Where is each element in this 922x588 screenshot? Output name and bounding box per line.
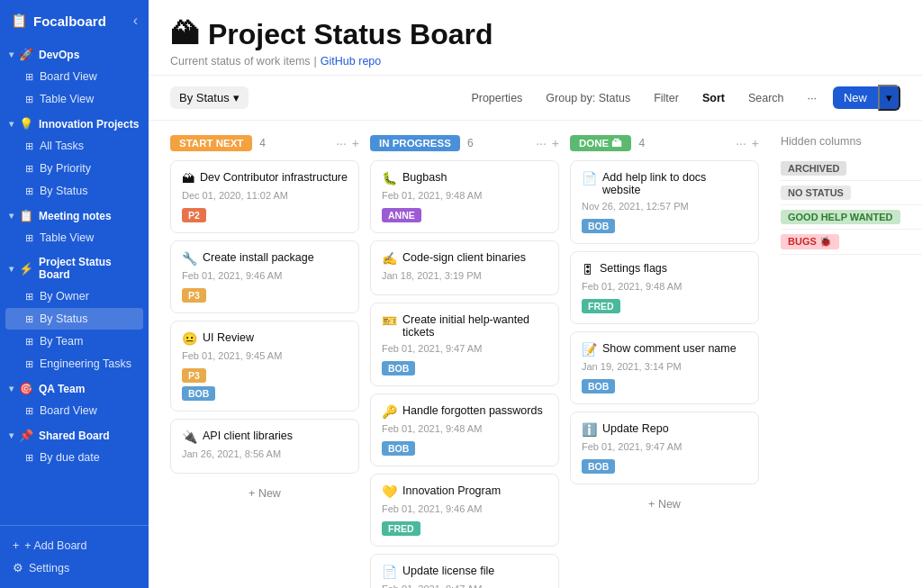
card-title-text: Create initial help-wanted tickets: [402, 313, 547, 339]
card-date: Jan 19, 2021, 3:14 PM: [582, 361, 747, 372]
card-forgotten-passwords[interactable]: 🔑 Handle forgotten passwords Feb 01, 202…: [370, 394, 559, 466]
card-icon: 😐: [182, 331, 197, 346]
grid-icon: ⊞: [25, 94, 33, 105]
card-user-badge: BOB: [182, 386, 215, 401]
sidebar-item-meeting-table-view[interactable]: ⊞ Table View: [5, 227, 143, 249]
column-count-done: 4: [638, 137, 645, 149]
plus-icon[interactable]: +: [352, 136, 359, 150]
ellipsis-icon[interactable]: ···: [736, 136, 746, 150]
sidebar-item-by-team[interactable]: ⊞ By Team: [5, 330, 143, 352]
sidebar-section-shared-header[interactable]: ▾ 📌 Shared Board: [0, 422, 149, 446]
sidebar-section-qa-header[interactable]: ▾ 🎯 QA Team: [0, 375, 149, 399]
ellipsis-icon[interactable]: ···: [536, 136, 547, 150]
toolbar: By Status ▾ Properties Group by: Status …: [149, 76, 922, 121]
sidebar-item-by-priority[interactable]: ⊞ By Priority: [5, 158, 143, 179]
section-emoji: 📌: [19, 429, 33, 442]
group-by-status-button[interactable]: By Status ▾: [170, 86, 249, 109]
card-title: 🎛 Settings flags: [582, 262, 747, 276]
card-settings-flags[interactable]: 🎛 Settings flags Feb 01, 2021, 9:48 AM F…: [570, 251, 759, 324]
card-date: Feb 01, 2021, 9:48 AM: [382, 190, 547, 201]
grid-icon: ⊞: [25, 140, 33, 152]
add-new-start-next-button[interactable]: + New: [170, 481, 359, 506]
card-title-text: Code-sign client binaries: [402, 251, 526, 264]
toolbar-right: Properties Group by: Status Filter Sort …: [464, 85, 900, 111]
sidebar-section-project-status-header[interactable]: ▾ ⚡ Project Status Board: [0, 249, 149, 285]
card-title-text: Show comment user name: [602, 342, 737, 355]
card-title-text: Settings flags: [600, 262, 667, 275]
sidebar-section-meeting-header[interactable]: ▾ 📋 Meeting notes: [0, 203, 149, 226]
sidebar-item-all-tasks[interactable]: ⊞ All Tasks: [5, 135, 143, 157]
group-by-label: By Status: [179, 91, 230, 104]
card-show-comment-user[interactable]: 📝 Show comment user name Jan 19, 2021, 3…: [570, 331, 759, 404]
group-by-button[interactable]: Group by: Status: [538, 88, 637, 108]
sidebar-item-label: Board View: [40, 70, 97, 83]
card-title-text: Update license file: [402, 565, 494, 577]
section-emoji: 🚀: [19, 48, 33, 61]
card-user-badge: FRED: [582, 299, 620, 313]
sidebar-item-qa-board-view[interactable]: ⊞ Board View: [5, 400, 143, 421]
card-icon: 🔑: [382, 404, 397, 419]
new-button[interactable]: New: [833, 86, 878, 109]
plus-icon[interactable]: +: [552, 136, 559, 150]
sidebar-item-by-due-date[interactable]: ⊞ By due date: [5, 447, 143, 468]
arrow-icon: ▾: [9, 50, 14, 59]
hidden-item-nostatus[interactable]: NO STATUS 16: [781, 181, 922, 205]
main-content: 🏔 Project Status Board Current status of…: [149, 0, 922, 588]
sidebar-item-innovation-by-status[interactable]: ⊞ By Status: [5, 180, 143, 202]
card-code-sign[interactable]: ✍️ Code-sign client binaries Jan 18, 202…: [370, 240, 559, 295]
hidden-item-goodhelp[interactable]: GOOD HELP WANTED 2: [781, 205, 922, 230]
card-api-client[interactable]: 🔌 API client libraries Jan 26, 2021, 8:5…: [170, 419, 359, 474]
github-link[interactable]: GitHub repo: [321, 55, 381, 68]
subtitle-text: Current status of work items: [170, 55, 311, 68]
hidden-columns-panel: Hidden columns ARCHIVED 74 NO STATUS 16 …: [781, 135, 922, 255]
column-actions-done: ··· +: [736, 136, 759, 150]
card-title-text: Add help link to docs website: [602, 171, 747, 196]
sort-button[interactable]: Sort: [695, 88, 732, 108]
card-create-install[interactable]: 🔧 Create install package Feb 01, 2021, 9…: [170, 240, 359, 313]
sidebar-section-devops-header[interactable]: ▾ 🚀 DevOps: [0, 41, 149, 65]
card-user-badge: ANNE: [382, 208, 421, 222]
card-update-repo[interactable]: ℹ️ Update Repo Feb 01, 2021, 9:47 AM BOB: [570, 412, 759, 484]
new-button-dropdown[interactable]: ▾: [878, 85, 900, 111]
properties-button[interactable]: Properties: [464, 88, 529, 108]
ellipsis-icon[interactable]: ···: [336, 136, 347, 150]
settings-button[interactable]: ⚙ Settings: [9, 556, 140, 579]
archived-badge: ARCHIVED: [781, 161, 846, 176]
hidden-item-bugs[interactable]: BUGS 🐞 0: [781, 230, 922, 255]
card-date: Dec 01, 2020, 11:02 AM: [182, 190, 348, 201]
sidebar-item-engineering-tasks[interactable]: ⊞ Engineering Tasks: [5, 353, 143, 375]
card-innovation-program[interactable]: 💛 Innovation Program Feb 01, 2021, 9:46 …: [370, 474, 559, 547]
card-title-text: Create install package: [203, 251, 314, 264]
card-bugbash[interactable]: 🐛 Bugbash Feb 01, 2021, 9:48 AM ANNE: [370, 160, 559, 233]
section-emoji: 🎯: [19, 382, 33, 395]
sidebar-section-qa: ▾ 🎯 QA Team ⊞ Board View: [0, 375, 149, 422]
more-button[interactable]: ···: [800, 88, 824, 108]
sidebar-item-devops-table-view[interactable]: ⊞ Table View: [5, 88, 143, 110]
plus-icon[interactable]: +: [752, 136, 759, 150]
card-icon: 📄: [382, 565, 397, 579]
sidebar-section-innovation-header[interactable]: ▾ 💡 Innovation Projects: [0, 111, 149, 134]
sidebar-item-by-owner[interactable]: ⊞ By Owner: [5, 285, 143, 307]
sidebar-collapse-button[interactable]: ‹: [133, 13, 138, 29]
board: START NEXT 4 ··· + 🏔 Dev Contributor inf…: [149, 121, 922, 588]
card-icon: 🎛: [582, 262, 594, 276]
add-new-done-button[interactable]: + New: [570, 492, 759, 517]
group-by-text: Group by: Status: [546, 92, 630, 104]
card-title: 🔧 Create install package: [182, 251, 348, 266]
card-help-wanted-tickets[interactable]: 🎫 Create initial help-wanted tickets Feb…: [370, 303, 559, 386]
card-ui-review[interactable]: 😐 UI Review Feb 01, 2021, 9:45 AM P3 BOB: [170, 321, 359, 412]
arrow-icon: ▾: [9, 430, 14, 440]
card-title: 😐 UI Review: [182, 331, 348, 346]
card-add-help-link[interactable]: 📄 Add help link to docs website Nov 26, …: [570, 160, 759, 244]
search-button[interactable]: Search: [741, 88, 791, 108]
add-board-button[interactable]: + + Add Board: [9, 535, 140, 556]
filter-button[interactable]: Filter: [646, 88, 686, 108]
card-dev-contributor[interactable]: 🏔 Dev Contributor infrastructure Dec 01,…: [170, 160, 359, 233]
sidebar-item-by-status[interactable]: ⊞ By Status: [5, 308, 143, 330]
card-date: Jan 26, 2021, 8:56 AM: [182, 448, 348, 459]
card-title-text: Update Repo: [602, 422, 669, 435]
hidden-item-archived[interactable]: ARCHIVED 74: [781, 157, 922, 181]
sidebar-item-label: All Tasks: [40, 140, 84, 152]
card-update-license[interactable]: 📄 Update license file Feb 01, 2021, 9:47…: [370, 554, 559, 588]
sidebar-item-devops-board-view[interactable]: ⊞ Board View: [5, 66, 143, 87]
